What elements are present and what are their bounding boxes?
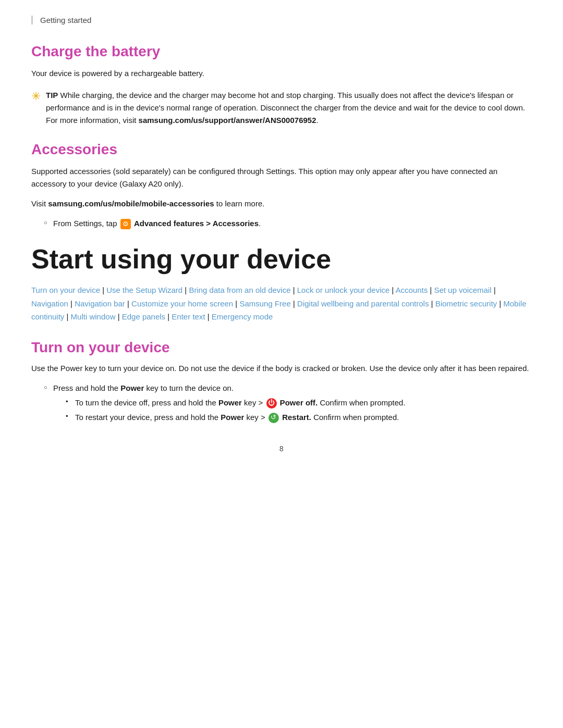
power-off-icon: ⏻ (266, 398, 277, 409)
toc-link-accounts[interactable]: Accounts (396, 286, 428, 294)
tip-box: ✳ TIP While charging, the device and the… (31, 89, 532, 127)
toc-link-nav-bar[interactable]: Navigation bar (75, 299, 125, 308)
toc-link-navigation[interactable]: Navigation (31, 299, 68, 308)
turn-on-title: Turn on your device (31, 339, 532, 356)
settings-icon: ⚙ (120, 219, 131, 229)
toc-link-voicemail[interactable]: Set up voicemail (434, 286, 492, 294)
toc-link-bring-data[interactable]: Bring data from an old device (189, 286, 290, 294)
accessories-link[interactable]: samsung.com/us/mobile/mobile-accessories (48, 199, 214, 208)
turn-on-section: Turn on your device Use the Power key to… (31, 339, 532, 424)
toc-link-digital-wellbeing[interactable]: Digital wellbeing and parental controls (297, 299, 429, 308)
toc-link-enter-text[interactable]: Enter text (172, 312, 205, 321)
turn-on-body: Use the Power key to turn your device on… (31, 362, 532, 375)
start-using-section: Start using your device Turn on your dev… (31, 244, 532, 324)
restart-icon: ↺ (268, 413, 279, 423)
turn-on-bullets: Press and hold the Power key to turn the… (44, 382, 532, 424)
toc-link-multi-window[interactable]: Multi window (71, 312, 116, 321)
turn-on-bullet1: Press and hold the Power key to turn the… (44, 382, 532, 424)
turn-on-sub-bullet2: To restart your device, press and hold t… (66, 411, 532, 424)
charge-battery-section: Charge the battery Your device is powere… (31, 43, 532, 127)
toc-link-biometric[interactable]: Biometric security (435, 299, 497, 308)
accessories-body2: Visit samsung.com/us/mobile/mobile-acces… (31, 198, 532, 210)
accessories-body2-suffix: to learn more. (214, 199, 265, 208)
page-header: Getting started (31, 16, 532, 24)
accessories-body1: Supported accessories (sold separately) … (31, 165, 532, 190)
tip-icon: ✳ (31, 90, 41, 103)
toc-links: Turn on your device | Use the Setup Wiza… (31, 283, 532, 324)
toc-link-lock-unlock[interactable]: Lock or unlock your device (297, 286, 390, 294)
tip-content: TIP While charging, the device and the c… (46, 89, 532, 127)
accessories-body2-prefix: Visit (31, 199, 48, 208)
page-number: 8 (31, 445, 532, 453)
tip-label: TIP (46, 91, 58, 100)
turn-on-sub-bullet1: To turn the device off, press and hold t… (66, 397, 532, 409)
accessories-bullet1: From Settings, tap ⚙ Advanced features >… (44, 217, 532, 230)
toc-link-emergency-mode[interactable]: Emergency mode (212, 312, 273, 321)
accessories-bullets: From Settings, tap ⚙ Advanced features >… (44, 217, 532, 230)
turn-on-sub-bullets: To turn the device off, press and hold t… (66, 397, 532, 424)
header-label: Getting started (40, 16, 91, 24)
charge-battery-title: Charge the battery (31, 43, 532, 60)
toc-link-setup-wizard[interactable]: Use the Setup Wizard (106, 286, 182, 294)
toc-link-turn-on[interactable]: Turn on your device (31, 286, 100, 294)
toc-link-home-screen[interactable]: Customize your home screen (131, 299, 233, 308)
toc-link-samsung-free[interactable]: Samsung Free (239, 299, 290, 308)
accessories-title: Accessories (31, 141, 532, 158)
toc-link-edge-panels[interactable]: Edge panels (122, 312, 165, 321)
accessories-section: Accessories Supported accessories (sold … (31, 141, 532, 230)
start-using-title: Start using your device (31, 244, 532, 274)
tip-link[interactable]: samsung.com/us/support/answer/ANS0007695… (139, 116, 316, 125)
charge-battery-body: Your device is powered by a rechargeable… (31, 67, 532, 80)
